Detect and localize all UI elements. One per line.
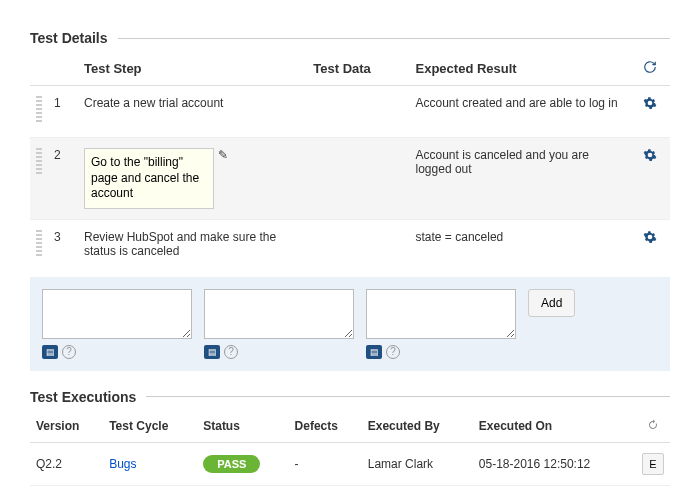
- step-data[interactable]: [307, 138, 409, 220]
- gear-icon[interactable]: [643, 99, 657, 113]
- step-data[interactable]: [307, 86, 409, 138]
- help-icon[interactable]: ?: [224, 345, 238, 359]
- test-details-table: Test Step Test Data Expected Result 1 Cr…: [30, 52, 670, 271]
- col-executed-by: Executed By: [362, 411, 473, 443]
- step-text[interactable]: Review HubSpot and make sure the status …: [78, 219, 307, 271]
- col-test-data: Test Data: [307, 52, 409, 86]
- step-edit-input[interactable]: [84, 148, 214, 209]
- status-badge: PASS: [203, 455, 260, 473]
- exec-on: 05-18-2016 12:50:12: [473, 442, 636, 485]
- execution-row: Q2.2 Bugs PASS - Lamar Clark 05-18-2016 …: [30, 442, 670, 485]
- pencil-icon[interactable]: ✎: [218, 148, 228, 162]
- col-test-cycle: Test Cycle: [103, 411, 197, 443]
- new-result-input[interactable]: [366, 289, 516, 339]
- col-expected-result: Expected Result: [410, 52, 630, 86]
- exec-cycle-link[interactable]: Bugs: [109, 457, 136, 471]
- execute-button[interactable]: E: [642, 453, 664, 475]
- col-test-step: Test Step: [78, 52, 307, 86]
- folder-icon[interactable]: ▤: [366, 345, 382, 359]
- step-row: 2 ✎ Account is canceled and you are logg…: [30, 138, 670, 220]
- step-row: 3 Review HubSpot and make sure the statu…: [30, 219, 670, 271]
- exec-by: Lamar Clark: [362, 442, 473, 485]
- step-result[interactable]: Account created and are able to log in: [410, 86, 630, 138]
- help-icon[interactable]: ?: [386, 345, 400, 359]
- help-icon[interactable]: ?: [62, 345, 76, 359]
- test-details-header: Test Details: [30, 30, 670, 46]
- col-defects: Defects: [289, 411, 362, 443]
- test-details-title: Test Details: [30, 30, 108, 46]
- step-result[interactable]: state = canceled: [410, 219, 630, 271]
- refresh-icon[interactable]: [643, 62, 657, 77]
- step-text[interactable]: Create a new trial account: [78, 86, 307, 138]
- exec-version: Q2.2: [30, 442, 103, 485]
- gear-icon[interactable]: [643, 151, 657, 165]
- step-number: 2: [48, 138, 78, 220]
- step-result[interactable]: Account is canceled and you are logged o…: [410, 138, 630, 220]
- test-executions-header: Test Executions: [30, 389, 670, 405]
- drag-handle-icon[interactable]: [36, 96, 42, 124]
- executions-table: Version Test Cycle Status Defects Execut…: [30, 411, 670, 486]
- step-row: 1 Create a new trial account Account cre…: [30, 86, 670, 138]
- col-status: Status: [197, 411, 288, 443]
- new-data-input[interactable]: [204, 289, 354, 339]
- new-step-input[interactable]: [42, 289, 192, 339]
- step-number: 3: [48, 219, 78, 271]
- folder-icon[interactable]: ▤: [42, 345, 58, 359]
- exec-defects: -: [289, 442, 362, 485]
- drag-handle-icon[interactable]: [36, 148, 42, 176]
- drag-handle-icon[interactable]: [36, 230, 42, 258]
- folder-icon[interactable]: ▤: [204, 345, 220, 359]
- new-step-row: ▤ ? ▤ ? ▤ ? Add: [30, 277, 670, 371]
- step-data[interactable]: [307, 219, 409, 271]
- test-executions-title: Test Executions: [30, 389, 136, 405]
- add-button[interactable]: Add: [528, 289, 575, 317]
- col-version: Version: [30, 411, 103, 443]
- col-executed-on: Executed On: [473, 411, 636, 443]
- step-number: 1: [48, 86, 78, 138]
- gear-icon[interactable]: [643, 233, 657, 247]
- refresh-icon[interactable]: [647, 420, 659, 434]
